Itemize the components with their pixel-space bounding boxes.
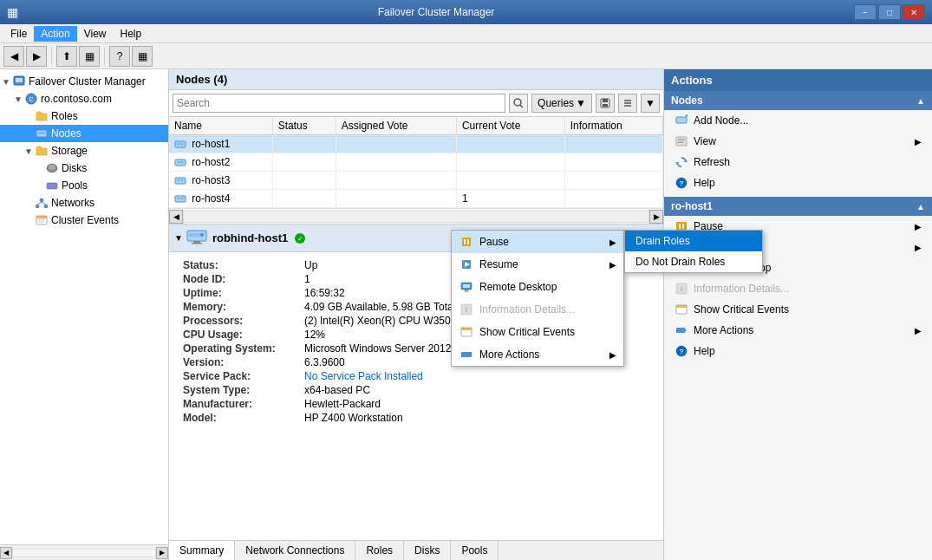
- tree-label-nodes: Nodes: [51, 127, 81, 140]
- toolbar-separator-1: [51, 48, 52, 65]
- help-toolbar-button[interactable]: ?: [109, 46, 130, 67]
- pause-host-arrow: ▶: [915, 222, 922, 231]
- show-hide-button[interactable]: ▦: [79, 46, 100, 67]
- tree-label-networks: Networks: [51, 197, 95, 209]
- show-events-menu-icon: [459, 324, 474, 340]
- table-row[interactable]: ro-host2: [169, 153, 663, 172]
- search-button[interactable]: [509, 94, 528, 113]
- help-host-label: Help: [694, 345, 715, 357]
- action-help-nodes[interactable]: ? Help: [664, 173, 932, 193]
- svg-text:?: ?: [680, 179, 684, 187]
- node-info-2: [564, 153, 662, 172]
- tree-item-failover-cluster-manager[interactable]: ▼ Failover Cluster Manager: [0, 73, 168, 90]
- action-refresh[interactable]: Refresh: [664, 152, 932, 173]
- minimize-button[interactable]: −: [854, 4, 877, 20]
- systemtype-label: System Type:: [183, 384, 304, 396]
- table-scroll-left[interactable]: ◀: [169, 210, 183, 224]
- search-input[interactable]: [173, 94, 505, 113]
- context-menu-pause[interactable]: Pause ▶: [452, 231, 623, 253]
- help-nodes-label: Help: [694, 177, 715, 189]
- node-assigned-vote-2: [336, 153, 456, 172]
- back-button[interactable]: ◀: [3, 46, 24, 67]
- section-nodes-chevron[interactable]: ▲: [916, 96, 925, 106]
- table-row[interactable]: ro-host3: [169, 172, 663, 190]
- right-panel: Actions Nodes ▲ + Add Node... View ▶ Ref…: [663, 69, 932, 560]
- maximize-button[interactable]: □: [878, 4, 901, 20]
- action-add-node[interactable]: + Add Node...: [664, 110, 932, 131]
- section-host1-label: ro-host1: [671, 200, 713, 212]
- context-menu-remote-desktop[interactable]: Remote Desktop: [452, 276, 623, 298]
- tab-network-connections[interactable]: Network Connections: [235, 541, 355, 560]
- status-label: Status:: [183, 259, 304, 271]
- expand-button[interactable]: ▼: [641, 94, 660, 113]
- queries-dropdown-button[interactable]: Queries ▼: [531, 94, 592, 113]
- col-information: Information: [564, 117, 662, 135]
- table-row[interactable]: ro-host4 1: [169, 190, 663, 208]
- svg-rect-34: [177, 198, 184, 199]
- node-status-1: [272, 135, 336, 153]
- actions-header: Actions: [664, 69, 932, 91]
- tree-item-cluster[interactable]: ▼ C ro.contoso.com: [0, 90, 168, 107]
- disks-icon: [45, 161, 59, 175]
- tree-item-pools[interactable]: Pools: [0, 177, 168, 194]
- refresh-label: Refresh: [694, 156, 730, 168]
- table-row[interactable]: ro-host1: [169, 135, 663, 153]
- node-current-vote-1: [456, 135, 564, 153]
- tree-item-storage[interactable]: ▼ Storage: [0, 142, 168, 160]
- table-header-row: Name Status Assigned Vote Current Vote I…: [169, 117, 663, 135]
- tab-roles[interactable]: Roles: [355, 541, 404, 560]
- tree-item-nodes[interactable]: Nodes: [0, 125, 168, 142]
- submenu-drain-roles[interactable]: Drain Roles: [625, 231, 762, 251]
- tab-disks[interactable]: Disks: [404, 541, 451, 560]
- context-menu-show-events[interactable]: Show Critical Events: [452, 321, 623, 343]
- menu-action[interactable]: Action: [34, 26, 76, 42]
- table-scroll-right[interactable]: ▶: [649, 210, 663, 224]
- memory-value: 4.09 GB Available, 5.98 GB Total: [304, 301, 455, 313]
- close-button[interactable]: ✕: [903, 4, 925, 20]
- svg-rect-1: [16, 78, 23, 82]
- forward-button[interactable]: ▶: [26, 46, 47, 67]
- more-actions-host-arrow: ▶: [915, 326, 922, 335]
- action-help-host[interactable]: ? Help: [664, 341, 932, 361]
- menu-help[interactable]: Help: [114, 26, 149, 42]
- context-menu-more-actions[interactable]: More Actions ▶: [452, 343, 623, 366]
- scroll-right-btn[interactable]: ▶: [156, 547, 168, 559]
- save-query-button[interactable]: [596, 94, 615, 113]
- menu-view[interactable]: View: [77, 26, 114, 42]
- context-menu-resume[interactable]: Resume ▶: [452, 253, 623, 276]
- svg-point-7: [49, 165, 55, 170]
- more-actions-host-label: More Actions: [694, 324, 753, 336]
- up-button[interactable]: ⬆: [56, 46, 77, 67]
- node-current-vote-2: [456, 153, 564, 172]
- tab-pools[interactable]: Pools: [451, 541, 499, 560]
- svg-rect-76: [676, 305, 687, 308]
- svg-rect-36: [464, 239, 466, 244]
- help-nodes-icon: ?: [675, 176, 688, 190]
- action-show-events-host[interactable]: Show Critical Events: [664, 299, 932, 320]
- action-view[interactable]: View ▶: [664, 131, 932, 152]
- show-events-host-label: Show Critical Events: [694, 303, 789, 316]
- nodes-data-table: Name Status Assigned Vote Current Vote I…: [169, 117, 663, 208]
- svg-rect-51: [189, 233, 201, 237]
- detail-row-manufacturer: Manufacturer: Hewlett-Packard: [183, 398, 649, 410]
- menu-file[interactable]: File: [3, 26, 34, 42]
- tree-item-cluster-events[interactable]: Cluster Events: [0, 212, 168, 229]
- tab-summary[interactable]: Summary: [169, 541, 235, 560]
- column-settings-button[interactable]: [618, 94, 637, 113]
- version-value: 6.3.9600: [304, 356, 345, 368]
- tree-label-pools: Pools: [62, 179, 88, 192]
- pause-menu-icon: [459, 234, 474, 250]
- tree-item-disks[interactable]: Disks: [0, 160, 168, 177]
- roles-folder-icon: [35, 109, 49, 123]
- svg-marker-78: [683, 327, 687, 334]
- section-host1-chevron[interactable]: ▲: [916, 202, 925, 212]
- tree-item-roles[interactable]: Roles: [0, 107, 168, 125]
- extra-button[interactable]: ▦: [132, 46, 153, 67]
- submenu-do-not-drain-roles[interactable]: Do Not Drain Roles: [625, 251, 762, 272]
- app-title: Failover Cluster Manager: [18, 6, 854, 18]
- action-more-actions-host[interactable]: More Actions ▶: [664, 320, 932, 341]
- detail-collapse-arrow[interactable]: ▼: [174, 233, 183, 243]
- uptime-label: Uptime:: [183, 287, 304, 299]
- scroll-left-btn[interactable]: ◀: [0, 547, 12, 559]
- tree-item-networks[interactable]: Networks: [0, 194, 168, 212]
